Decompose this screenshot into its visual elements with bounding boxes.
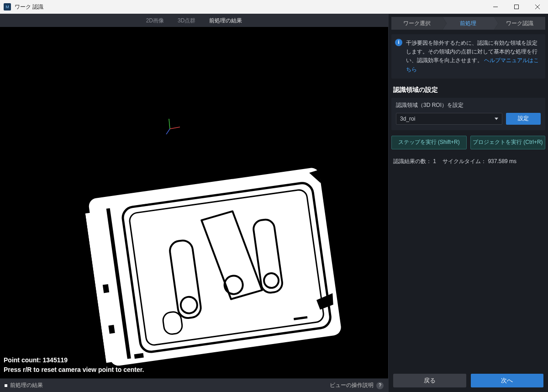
minimize-button[interactable] — [485, 0, 506, 14]
result-count-label: 認識結果の数： — [393, 158, 432, 164]
step-work-select[interactable]: ワーク選択 — [391, 17, 443, 30]
reset-hint: Press r/R to reset camera view point to … — [4, 365, 144, 375]
close-button[interactable] — [527, 0, 548, 14]
run-project-button[interactable]: プロジェクトを実行 (Ctrl+R) — [470, 136, 546, 149]
roi-panel: 認識領域（3D ROI）を設定 3d_roi 設定 — [391, 98, 545, 130]
roi-set-button[interactable]: 設定 — [506, 113, 541, 125]
status-left-text: 前処理の結果 — [10, 381, 43, 389]
svg-rect-18 — [103, 284, 109, 293]
tab-preprocessing-result[interactable]: 前処理の結果 — [206, 15, 245, 26]
cycle-time-label: サイクルタイム： — [443, 158, 486, 164]
help-icon[interactable]: ? — [376, 382, 384, 389]
result-count-value: 1 — [433, 158, 436, 164]
viewport-3d[interactable]: Point count: 1345119 Press r/R to reset … — [0, 27, 388, 378]
svg-line-4 — [170, 127, 180, 129]
point-count-value: 1345119 — [43, 356, 68, 364]
pointcloud-preview — [81, 153, 348, 376]
app-icon: M — [4, 3, 11, 11]
next-button[interactable]: 次へ — [471, 374, 544, 387]
view-help-label[interactable]: ビューの操作説明 — [330, 381, 374, 389]
maximize-button[interactable] — [506, 0, 527, 14]
point-count-label: Point count: — [4, 356, 41, 364]
step-work-recognize[interactable]: ワーク認識 — [494, 17, 545, 30]
back-button[interactable]: 戻る — [393, 374, 466, 387]
chevron-down-icon — [495, 117, 498, 120]
roi-select[interactable]: 3d_roi — [396, 113, 502, 125]
svg-rect-19 — [108, 325, 115, 334]
status-bar: 前処理の結果 ビューの操作説明 ? — [0, 378, 388, 392]
svg-rect-1 — [515, 5, 519, 9]
roi-label: 認識領域（3D ROI）を設定 — [396, 101, 541, 109]
tab-2d-image[interactable]: 2D画像 — [143, 15, 167, 26]
result-line: 認識結果の数： 1 サイクルタイム： 937.589 ms — [393, 158, 543, 165]
cycle-time-value: 937.589 ms — [488, 158, 516, 164]
svg-line-6 — [166, 129, 170, 134]
svg-line-5 — [169, 119, 170, 129]
viewport-overlay-text: Point count: 1345119 Press r/R to reset … — [4, 355, 144, 375]
tab-3d-pointcloud[interactable]: 3D点群 — [175, 15, 198, 26]
info-icon: i — [395, 39, 402, 46]
status-bullet-icon — [5, 384, 7, 387]
axis-gizmo-icon — [164, 116, 183, 134]
run-step-button[interactable]: ステップを実行 (Shift+R) — [391, 136, 467, 149]
section-title: 認識領域の設定 — [393, 86, 543, 94]
info-panel: i 干渉要因を除外するために、認識に有効な領域を設定します。その領域内の点群に対… — [391, 34, 545, 79]
wizard-steps: ワーク選択 前処理 ワーク認識 — [391, 17, 545, 30]
step-preprocess[interactable]: 前処理 — [443, 17, 494, 30]
titlebar: M ワーク 認識 — [0, 0, 548, 14]
roi-select-value: 3d_roi — [400, 116, 415, 122]
view-tabs: 2D画像 3D点群 前処理の結果 — [0, 14, 388, 27]
window-title: ワーク 認識 — [15, 3, 485, 11]
